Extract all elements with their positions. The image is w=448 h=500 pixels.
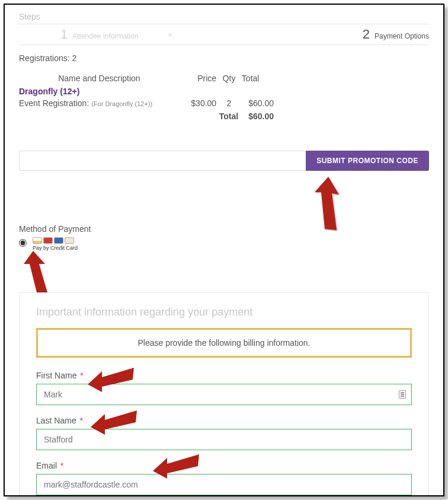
- line-item-qty: 2: [220, 98, 238, 108]
- svg-marker-1: [24, 251, 47, 292]
- step-payment-options: 2 Payment Options: [363, 27, 429, 42]
- email-label-text: Email: [36, 461, 57, 470]
- col-price-header: Price: [185, 74, 216, 83]
- step-1-number: 1: [60, 27, 68, 42]
- order-total-label: Total: [219, 112, 238, 121]
- registrations-value: 2: [72, 53, 76, 63]
- line-item-price: $30.00: [185, 98, 216, 108]
- last-name-field-group: Last Name *: [36, 416, 412, 450]
- required-mark: *: [60, 461, 63, 470]
- first-name-field-group: First Name *: [36, 371, 412, 405]
- autofill-icon: [399, 390, 406, 399]
- col-qty-header: Qty: [220, 74, 238, 83]
- order-total-value: $60.00: [242, 112, 274, 121]
- registrations-count: Registrations: 2: [19, 53, 429, 63]
- promo-code-input[interactable]: [19, 151, 306, 171]
- email-field-group: Email *: [36, 461, 412, 495]
- visa-icon: [33, 237, 42, 244]
- col-total-header: Total: [242, 74, 274, 83]
- required-mark: *: [80, 416, 83, 425]
- submit-promo-button[interactable]: SUBMIT PROMOTION CODE: [306, 151, 429, 171]
- annotation-arrow-icon: [23, 251, 58, 295]
- mastercard-icon: [43, 237, 53, 244]
- promo-code-row: SUBMIT PROMOTION CODE: [19, 151, 429, 171]
- payment-method-heading: Method of Payment: [19, 224, 429, 234]
- billing-panel: Important information regarding your pay…: [19, 292, 429, 496]
- svg-marker-0: [315, 177, 339, 230]
- last-name-label: Last Name *: [36, 416, 412, 425]
- billing-title: Important information regarding your pay…: [36, 306, 412, 319]
- first-name-label-text: First Name: [36, 371, 76, 380]
- pay-by-card-radio[interactable]: [19, 239, 27, 247]
- steps-heading: Steps: [19, 12, 429, 21]
- discover-icon: [65, 237, 74, 244]
- step-2-number: 2: [363, 27, 370, 42]
- billing-banner: Please provide the following billing inf…: [36, 328, 412, 358]
- line-item-total: $60.00: [242, 98, 274, 108]
- order-total-row: Total $60.00: [19, 112, 274, 121]
- first-name-input[interactable]: [36, 384, 412, 405]
- required-mark: *: [80, 371, 83, 380]
- step-1-label: Attendee Information: [72, 32, 138, 40]
- line-item-sub: (For Dragonfly (12+)): [91, 100, 152, 107]
- registrations-label: Registrations:: [19, 53, 70, 63]
- col-name-header: Name and Description: [19, 74, 180, 83]
- step-separator-icon: »: [168, 30, 171, 39]
- step-2-label: Payment Options: [375, 32, 429, 40]
- order-summary-table: Name and Description Price Qty Total Dra…: [19, 74, 274, 121]
- first-name-label: First Name *: [36, 371, 412, 380]
- pay-by-card-caption: Pay by Credit Card: [33, 245, 78, 251]
- last-name-label-text: Last Name: [36, 416, 76, 425]
- order-line-item: Event Registration: (For Dragonfly (12+)…: [19, 98, 274, 108]
- pay-by-card-option[interactable]: Pay by Credit Card: [33, 237, 78, 251]
- last-name-input[interactable]: [36, 429, 412, 450]
- line-item-name: Event Registration:: [19, 98, 89, 108]
- product-title: Dragonfly (12+): [19, 87, 274, 96]
- step-attendee-info: 1 Attendee Information: [60, 27, 139, 42]
- email-label: Email *: [36, 461, 412, 470]
- email-input[interactable]: [36, 474, 412, 495]
- steps-bar: 1 Attendee Information » 2 Payment Optio…: [19, 24, 429, 45]
- amex-icon: [54, 237, 63, 244]
